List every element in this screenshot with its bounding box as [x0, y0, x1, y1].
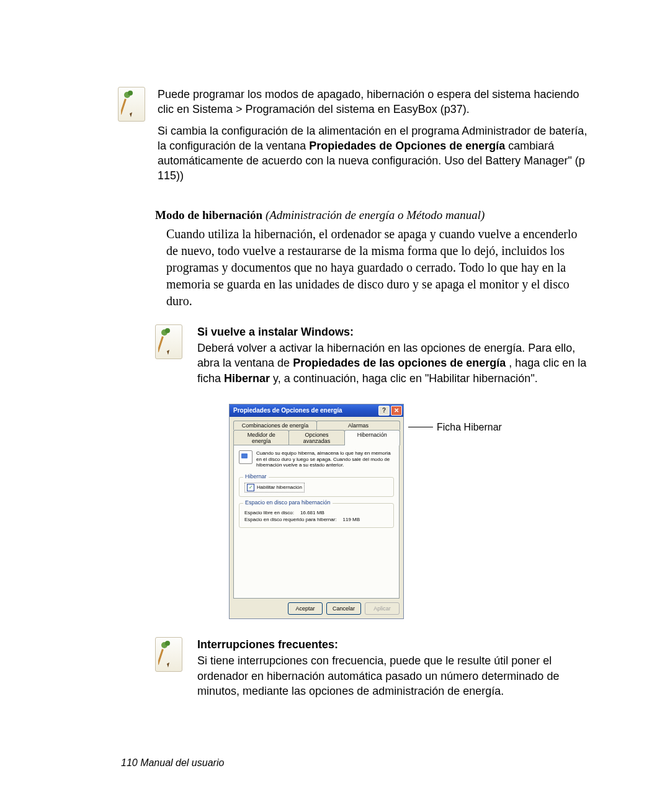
note-block-1: Puede programar los modos de apagado, hi…	[155, 87, 589, 190]
note1-p1: Puede programar los modos de apagado, hi…	[158, 87, 589, 117]
tab-hibernacion[interactable]: Hibernación	[344, 430, 400, 445]
note2-body: Deberá volver a activar la hibernación e…	[197, 341, 589, 386]
note3-body: Si tiene interrupciones con frecuencia, …	[197, 653, 589, 698]
cancel-button[interactable]: Cancelar	[326, 602, 361, 615]
note-icon	[155, 637, 182, 672]
dialog-title: Propiedades de Opciones de energía	[233, 407, 342, 414]
section-heading: Modo de hibernación (Administración de e…	[155, 208, 589, 222]
dialog-titlebar: Propiedades de Opciones de energía ? ✕	[230, 404, 403, 417]
note-icon	[155, 324, 182, 359]
tab-medidor[interactable]: Medidor de energía	[233, 430, 289, 445]
svg-rect-2	[121, 99, 127, 115]
help-button[interactable]: ?	[378, 406, 390, 416]
power-options-dialog: Propiedades de Opciones de energía ? ✕ C…	[230, 404, 403, 618]
group-diskspace-title: Espacio en disco para hibernación	[243, 499, 333, 506]
svg-rect-10	[158, 649, 164, 665]
note-block-3: Interrupciones frecuentes: Si tiene inte…	[155, 637, 589, 702]
svg-marker-11	[167, 663, 169, 667]
callout-ficha-hibernar: Ficha Hibernar	[408, 422, 502, 433]
ok-button[interactable]: Aceptar	[288, 602, 323, 615]
checkbox-icon: ✓	[247, 484, 254, 491]
group-hibernar-title: Hibernar	[243, 473, 269, 480]
svg-marker-3	[130, 112, 132, 117]
svg-rect-6	[158, 336, 164, 352]
hibernate-icon	[239, 450, 252, 464]
note-icon	[118, 87, 145, 122]
close-button[interactable]: ✕	[391, 406, 402, 416]
note-block-2: Si vuelve a instalar Windows: Deberá vol…	[155, 324, 589, 390]
note2-title: Si vuelve a instalar Windows:	[197, 324, 589, 339]
section-paragraph: Cuando utiliza la hibernación, el ordena…	[155, 226, 589, 310]
note1-p2: Si cambia la configuración de la aliment…	[158, 123, 589, 184]
svg-marker-7	[167, 350, 169, 355]
callout-label: Ficha Hibernar	[437, 422, 502, 433]
callout-line	[408, 427, 433, 427]
note3-title: Interrupciones frecuentes:	[197, 637, 589, 652]
free-space-value: 16.681 MB	[300, 510, 324, 515]
apply-button[interactable]: Aplicar	[365, 602, 400, 615]
hibernate-description: Cuando su equipo hiberna, almacena lo qu…	[256, 450, 394, 468]
free-space-label: Espacio libre en disco:	[244, 510, 294, 515]
dialog-screenshot-wrap: Propiedades de Opciones de energía ? ✕ C…	[230, 404, 589, 618]
tab-combinaciones[interactable]: Combinaciones de energía	[233, 421, 317, 430]
svg-point-5	[165, 328, 170, 333]
svg-point-1	[128, 91, 133, 96]
enable-hibernation-checkbox[interactable]: ✓ Habilitar hibernación	[244, 483, 305, 493]
svg-point-9	[165, 641, 170, 646]
required-space-value: 119 MB	[343, 517, 360, 522]
tab-alarmas[interactable]: Alarmas	[316, 421, 400, 430]
required-space-label: Espacio en disco requerido para hibernar…	[244, 517, 337, 522]
page-footer: 110 Manual del usuario	[121, 757, 224, 769]
tab-opciones-avanzadas[interactable]: Opciones avanzadas	[288, 430, 344, 445]
